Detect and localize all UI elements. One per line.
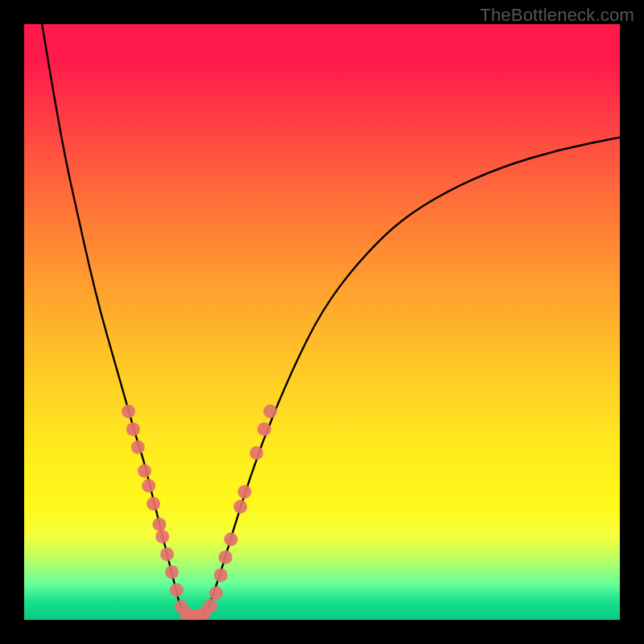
data-point	[126, 423, 140, 436]
data-point	[263, 405, 277, 419]
data-point	[138, 464, 151, 478]
data-point-markers	[122, 405, 277, 621]
data-point	[131, 440, 145, 454]
data-point	[250, 446, 263, 460]
data-point	[209, 586, 223, 600]
data-point	[153, 518, 167, 531]
data-point	[142, 479, 155, 493]
data-point	[160, 547, 174, 561]
data-point	[165, 565, 179, 579]
chart-frame: TheBottleneck.com	[0, 0, 644, 644]
data-point	[214, 568, 228, 582]
data-point	[237, 485, 251, 498]
data-point	[233, 500, 247, 514]
bottleneck-curve	[42, 24, 620, 617]
chart-svg	[24, 24, 620, 620]
data-point	[219, 551, 233, 564]
data-point	[224, 533, 237, 547]
data-point	[147, 497, 160, 510]
data-point	[170, 584, 184, 597]
chart-plot-area	[24, 24, 620, 620]
data-point	[122, 405, 135, 419]
data-point	[155, 530, 169, 543]
data-point	[258, 423, 271, 436]
watermark-text: TheBottleneck.com	[480, 5, 634, 26]
data-point	[204, 599, 217, 613]
